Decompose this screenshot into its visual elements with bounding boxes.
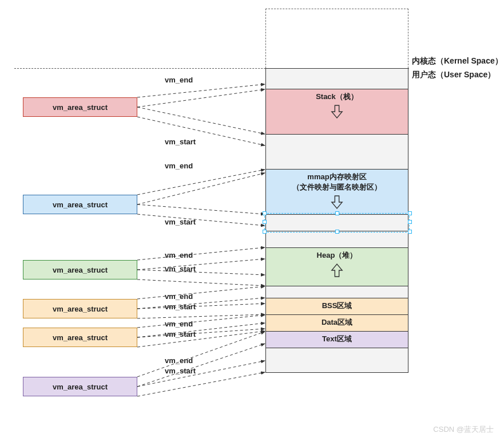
connector-line	[137, 315, 265, 328]
selection-handle[interactable]	[263, 211, 267, 215]
connector-line	[137, 332, 265, 377]
connector-line	[137, 314, 265, 318]
connector-line	[137, 107, 265, 134]
connector-line	[137, 173, 265, 204]
connector-line	[137, 361, 265, 387]
connector-line	[137, 270, 265, 275]
connector-line	[137, 117, 265, 145]
connector-line	[137, 279, 265, 286]
selection-handle[interactable]	[408, 211, 412, 215]
connector-layer	[0, 0, 504, 445]
diagram-canvas: 内核态（Kernel Space） 用户态（User Space） Stack（…	[0, 0, 504, 445]
connector-line	[137, 247, 265, 260]
connector-line	[137, 298, 265, 309]
connector-line	[137, 304, 265, 309]
connector-line	[137, 204, 265, 214]
selection-handle[interactable]	[408, 220, 412, 224]
watermark: CSDN @蓝天居士	[433, 424, 494, 435]
connector-line	[137, 344, 265, 387]
connector-line	[137, 259, 265, 270]
connector-line	[137, 372, 265, 396]
connector-line	[137, 170, 265, 195]
selection-handle[interactable]	[263, 230, 267, 234]
selection-handle[interactable]	[263, 220, 267, 224]
connector-line	[137, 89, 265, 107]
connector-line	[137, 84, 265, 97]
selection-handle[interactable]	[335, 211, 339, 215]
connector-line	[137, 331, 265, 347]
selection-handle[interactable]	[335, 230, 339, 234]
connector-line	[137, 214, 265, 226]
connector-line	[137, 286, 265, 299]
selection-handle[interactable]	[408, 230, 412, 234]
